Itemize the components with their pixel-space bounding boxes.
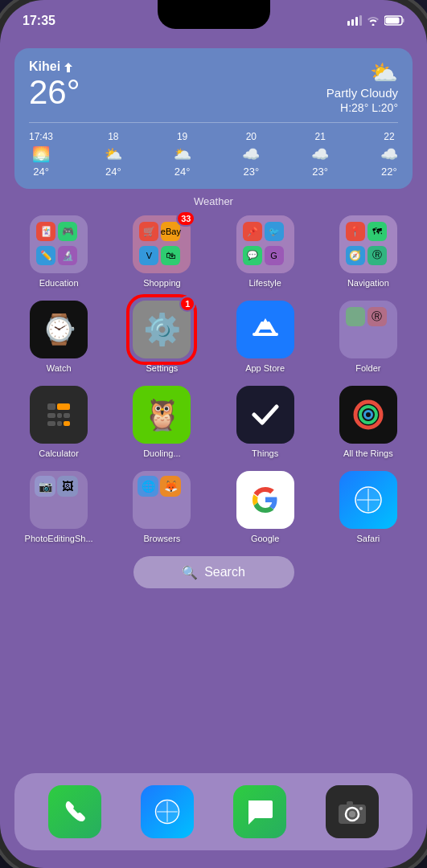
app-shopping[interactable]: 33 🛒 eBay V 🛍 Shopping <box>117 215 206 288</box>
app-appstore[interactable]: App Store <box>221 301 310 373</box>
app-lifestyle[interactable]: 📌 🐦 💬 G Lifestyle <box>221 215 310 288</box>
appstore-icon <box>236 301 294 358</box>
navigation-label: Navigation <box>347 278 389 288</box>
status-icons <box>347 14 404 28</box>
shopping-icon: 33 🛒 eBay V 🛍 <box>133 215 191 273</box>
svg-rect-31 <box>347 801 353 805</box>
navigation-icon: 📍 🗺 🧭 Ⓡ <box>339 215 397 273</box>
screen-content: Kihei 26° ⛅ Partly Cloudy H:28° L:20° 17… <box>0 42 427 868</box>
weather-condition: Partly Cloudy <box>326 86 398 100</box>
svg-rect-1 <box>351 19 354 26</box>
shopping-badge: 33 <box>176 211 195 227</box>
svg-rect-13 <box>57 421 62 426</box>
folder-icon: Ⓡ <box>339 301 397 358</box>
rings-icon <box>339 386 397 444</box>
weather-temp: 26° <box>29 76 80 109</box>
watch-icon: ⌚ <box>30 301 88 358</box>
signal-icon <box>347 14 362 28</box>
weather-right: ⛅ Partly Cloudy H:28° L:20° <box>326 59 398 114</box>
things-icon <box>236 386 294 444</box>
battery-icon <box>384 14 404 28</box>
svg-rect-7 <box>47 403 55 410</box>
forecast-6: 22 ☁️ 22° <box>380 131 398 178</box>
svg-point-32 <box>359 807 363 810</box>
folder-label: Folder <box>355 363 380 373</box>
app-things[interactable]: Things <box>221 386 310 458</box>
shopping-label: Shopping <box>143 278 181 288</box>
dock <box>14 773 413 850</box>
calculator-label: Calculator <box>39 448 79 458</box>
safari-icon <box>339 471 397 529</box>
svg-rect-14 <box>64 421 70 426</box>
app-safari[interactable]: Safari <box>324 471 413 543</box>
svg-point-30 <box>349 811 355 817</box>
svg-rect-9 <box>47 413 55 418</box>
forecast-3: 19 🌥️ 24° <box>174 131 191 178</box>
duolingo-icon: 🦉 <box>133 386 191 444</box>
weather-widget[interactable]: Kihei 26° ⛅ Partly Cloudy H:28° L:20° 17… <box>14 48 413 189</box>
svg-rect-2 <box>355 17 358 26</box>
app-row-3: Calculator 🦉 Duoling... Things <box>14 386 413 458</box>
lifestyle-label: Lifestyle <box>248 278 281 288</box>
weather-highlow: H:28° L:20° <box>326 101 398 114</box>
google-icon <box>236 471 294 529</box>
svg-rect-6 <box>386 17 400 23</box>
wifi-icon <box>367 14 380 28</box>
search-icon: 🔍 <box>182 565 198 580</box>
rings-label: All the Rings <box>343 448 393 458</box>
notch <box>158 0 270 29</box>
weather-location: Kihei <box>29 59 80 74</box>
education-icon: 🃏 🎮 ✏️ 🔬 <box>30 215 88 273</box>
app-education[interactable]: 🃏 🎮 ✏️ 🔬 Education <box>14 215 103 288</box>
app-row-1: 🃏 🎮 ✏️ 🔬 Education 33 🛒 eBay V 🛍 <box>14 215 413 288</box>
app-google[interactable]: Google <box>221 471 310 543</box>
things-label: Things <box>252 448 278 458</box>
safari-label: Safari <box>357 534 380 543</box>
settings-icon: 1 ⚙️ <box>133 301 191 358</box>
svg-point-17 <box>364 411 372 419</box>
photoediting-label: PhotoEditingSh... <box>25 534 93 543</box>
app-folder[interactable]: Ⓡ Folder <box>324 301 413 373</box>
forecast-5: 21 ☁️ 23° <box>311 131 329 178</box>
search-bar[interactable]: 🔍 Search <box>133 556 294 588</box>
dock-safari[interactable] <box>141 785 194 838</box>
svg-rect-11 <box>64 413 70 418</box>
svg-rect-0 <box>347 21 350 26</box>
calculator-icon <box>30 386 88 444</box>
app-row-4: 📷 🖼 PhotoEditingSh... 🌐 🦊 Browsers <box>14 471 413 543</box>
google-label: Google <box>251 534 279 543</box>
app-watch[interactable]: ⌚ Watch <box>14 301 103 373</box>
app-rings[interactable]: All the Rings <box>324 386 413 458</box>
weather-label: Weather <box>14 195 413 207</box>
svg-point-16 <box>360 407 376 423</box>
forecast-4: 20 ☁️ 23° <box>242 131 260 178</box>
app-duolingo[interactable]: 🦉 Duoling... <box>117 386 206 458</box>
settings-label: Settings <box>146 363 179 373</box>
search-label: Search <box>204 565 245 579</box>
svg-rect-5 <box>403 18 404 23</box>
browsers-label: Browsers <box>143 534 180 543</box>
dock-camera[interactable] <box>326 785 379 838</box>
lifestyle-icon: 📌 🐦 💬 G <box>236 215 294 273</box>
status-time: 17:35 <box>23 14 55 28</box>
app-navigation[interactable]: 📍 🗺 🧭 Ⓡ Navigation <box>324 215 413 288</box>
forecast-1: 17:43 🌅 24° <box>29 131 53 178</box>
dock-phone[interactable] <box>48 785 101 838</box>
browsers-icon: 🌐 🦊 <box>133 471 191 529</box>
education-label: Education <box>39 278 79 288</box>
photoediting-icon: 📷 🖼 <box>30 471 88 529</box>
dock-messages[interactable] <box>233 785 286 838</box>
svg-rect-3 <box>359 15 362 26</box>
weather-forecast: 17:43 🌅 24° 18 ⛅ 24° 19 🌥️ 24° 20 ☁️ <box>29 122 398 178</box>
app-photoediting[interactable]: 📷 🖼 PhotoEditingSh... <box>14 471 103 543</box>
watch-label: Watch <box>47 363 72 373</box>
svg-rect-8 <box>57 403 70 410</box>
phone-frame: 17:35 <box>0 0 427 868</box>
app-row-2: ⌚ Watch 1 ⚙️ Settings <box>14 301 413 373</box>
settings-badge: 1 <box>179 296 195 312</box>
app-browsers[interactable]: 🌐 🦊 Browsers <box>117 471 206 543</box>
app-calculator[interactable]: Calculator <box>14 386 103 458</box>
app-settings[interactable]: 1 ⚙️ Settings <box>117 301 206 373</box>
duolingo-label: Duoling... <box>143 448 180 458</box>
svg-rect-10 <box>57 413 62 418</box>
